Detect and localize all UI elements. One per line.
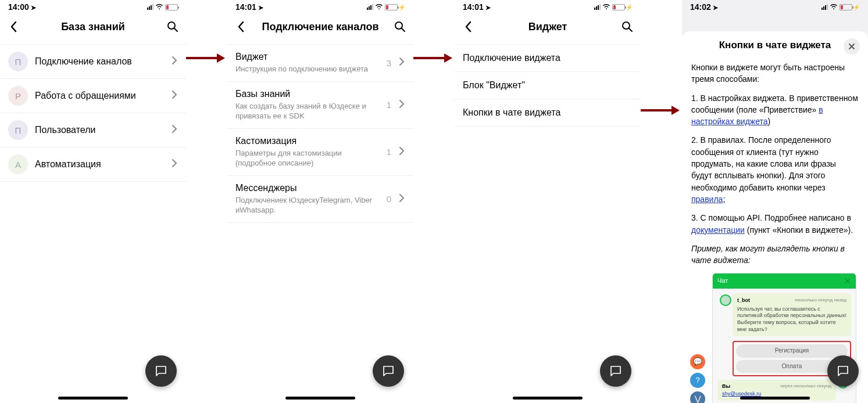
status-icons: ⚡ [821, 3, 860, 11]
section-row[interactable]: Кастомизация Параметры для кастомизации … [227, 129, 413, 176]
chevron-right-icon [172, 125, 177, 135]
svg-point-0 [168, 22, 175, 29]
article-title: Кнопки в чате виджета [463, 107, 560, 118]
close-icon: ✕ [844, 275, 851, 287]
category-row[interactable]: П Подключение каналов [0, 44, 186, 79]
back-button[interactable] [232, 18, 249, 35]
article-paragraph: 2. В правилах. После определенного сообщ… [691, 134, 859, 205]
search-button[interactable] [164, 18, 181, 35]
chat-option-button[interactable]: Регистрация [736, 344, 848, 358]
section-row[interactable]: Мессенджеры Подключениек ЮздескуTelegram… [227, 176, 413, 223]
section-count: 1 [387, 147, 391, 157]
status-bar: 14:00➤ [0, 0, 186, 14]
svg-point-2 [395, 22, 402, 29]
battery-icon [385, 4, 398, 10]
close-button[interactable] [844, 38, 860, 55]
channel-bubble-icon: 💬 [690, 354, 705, 369]
status-icons [147, 3, 178, 11]
status-time: 14:02➤ [690, 2, 718, 12]
chat-header-title: Чат [717, 276, 728, 286]
header: Виджет [455, 14, 641, 39]
channel-bubbles: 💬 ? ⋁ ✈ [690, 354, 705, 403]
article-modal: Кнопки в чате виджета Кнопки в виджете м… [682, 31, 868, 403]
chat-fab[interactable] [600, 355, 631, 387]
status-icons: ⚡ [594, 3, 633, 11]
section-subtitle: Параметры для кастомизации (подробное оп… [235, 148, 380, 168]
message-link[interactable]: shy@usedesk.ru [722, 391, 761, 397]
bot-message: t_bot несколько секунд назад Используя ч… [733, 293, 851, 336]
section-subtitle: Инструкция по подключению виджета [235, 64, 380, 74]
article-example-label: Пример, как могут выглядеть кнопки в чат… [691, 243, 859, 267]
search-button[interactable] [619, 18, 636, 35]
category-row[interactable]: Р Работа с обращениями [0, 79, 186, 113]
article-body: Кнопки в виджете могут быть настроены тр… [690, 58, 860, 403]
article-title: Подключение виджета [463, 53, 560, 63]
category-avatar: А [8, 154, 28, 174]
chevron-right-icon [399, 100, 404, 110]
battery-icon [612, 4, 625, 10]
status-bar: 14:01➤ ⚡ [227, 0, 413, 14]
modal-backdrop: Кнопки в чате виджета Кнопки в виджете м… [682, 14, 868, 403]
article-list: Подключение виджета Блок "Виджет" Кнопки… [455, 39, 641, 403]
section-title: Виджет [235, 52, 380, 62]
svg-line-5 [629, 28, 632, 31]
channel-bubble-icon: ? [690, 373, 705, 388]
status-time: 14:01➤ [463, 2, 491, 12]
category-title: Автоматизация [35, 159, 165, 170]
article-title: Кнопки в чате виджета [719, 39, 831, 51]
back-button[interactable] [5, 18, 22, 35]
chevron-right-icon [399, 57, 404, 68]
section-subtitle: Как создать базу знаний в Юздеске и прив… [235, 101, 380, 121]
wifi-icon [602, 3, 610, 11]
article-row[interactable]: Подключение виджета [455, 44, 641, 72]
category-avatar: П [8, 120, 28, 140]
page-title: Виджет [528, 21, 567, 33]
chat-fab[interactable] [145, 355, 177, 387]
avatar [720, 294, 731, 306]
link-rules[interactable]: правила [691, 195, 723, 204]
section-row[interactable]: Виджет Инструкция по подключению виджета… [227, 44, 413, 82]
svg-line-1 [174, 28, 177, 31]
category-row[interactable]: П Пользователи [0, 113, 186, 147]
category-title: Пользователи [35, 125, 165, 135]
charging-icon: ⚡ [626, 4, 633, 10]
chat-fab[interactable] [827, 355, 859, 387]
category-avatar: П [8, 52, 28, 71]
wifi-icon [375, 3, 383, 11]
signal-icon [821, 4, 828, 10]
chat-fab[interactable] [373, 355, 404, 387]
article-paragraph: 1. В настройках виджета. В приветственно… [691, 92, 859, 128]
category-title: Работа с обращениями [35, 91, 165, 101]
charging-icon: ⚡ [398, 4, 405, 10]
battery-icon [840, 4, 852, 10]
header: Подключение каналов [227, 14, 413, 39]
home-indicator[interactable] [740, 397, 810, 400]
channel-bubble-icon: ⋁ [690, 391, 705, 403]
home-indicator[interactable] [285, 397, 355, 400]
status-bar: 14:02➤ ⚡ [682, 0, 868, 14]
status-time: 14:00➤ [8, 2, 36, 12]
article-row[interactable]: Кнопки в чате виджета [455, 99, 641, 127]
flow-arrow [413, 0, 455, 403]
home-indicator[interactable] [58, 397, 128, 400]
section-count: 3 [387, 58, 391, 68]
modal-header: Кнопки в чате виджета [690, 39, 860, 58]
section-list: Виджет Инструкция по подключению виджета… [227, 39, 413, 403]
page-title: Подключение каналов [262, 21, 378, 33]
search-button[interactable] [391, 18, 409, 35]
home-indicator[interactable] [513, 397, 583, 400]
back-button[interactable] [459, 18, 477, 35]
page-title: База знаний [61, 21, 125, 33]
message-time: несколько секунд назад [795, 297, 846, 304]
article-row[interactable]: Блок "Виджет" [455, 72, 641, 99]
flow-arrow [641, 0, 682, 403]
link-documentation[interactable]: документации [691, 225, 745, 235]
status-time: 14:01➤ [235, 2, 263, 12]
chevron-right-icon [399, 194, 404, 204]
signal-icon [367, 4, 373, 10]
screen-article: 14:02➤ ⚡ Кнопки в чате виджета Кнопки в … [682, 0, 868, 403]
category-avatar: Р [8, 86, 28, 106]
section-row[interactable]: Базы знаний Как создать базу знаний в Юз… [227, 82, 413, 129]
category-row[interactable]: А Автоматизация [0, 147, 186, 182]
battery-icon [165, 4, 178, 10]
